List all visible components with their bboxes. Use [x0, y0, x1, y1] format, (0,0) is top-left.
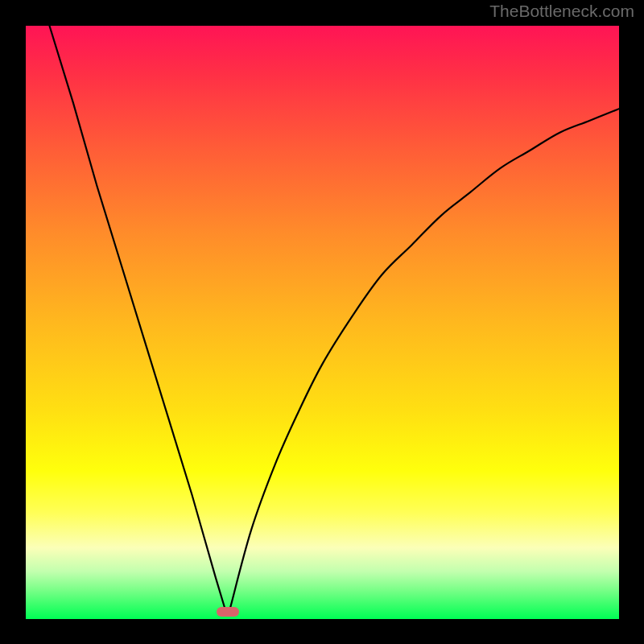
- optimum-marker: [217, 607, 239, 617]
- curve-right-branch: [230, 109, 619, 607]
- watermark-text: TheBottleneck.com: [489, 2, 634, 21]
- bottleneck-curve: [26, 26, 619, 619]
- chart-plot-area: [26, 26, 619, 619]
- curve-left-branch: [49, 26, 224, 607]
